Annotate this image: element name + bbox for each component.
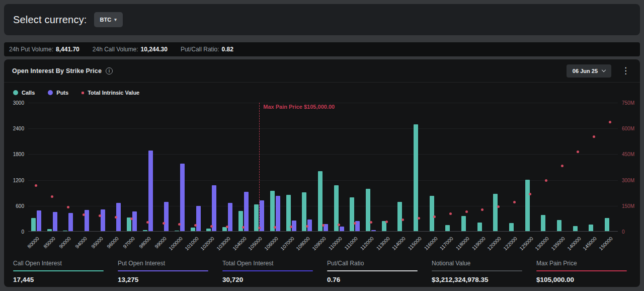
call-bar[interactable]	[541, 215, 545, 231]
intrinsic-value-dot[interactable]	[194, 224, 197, 227]
footer-stat-label: Put/Call Ratio	[327, 260, 418, 267]
footer-stat-label: Call Open Interest	[13, 260, 104, 267]
call-bar[interactable]	[477, 223, 482, 231]
kebab-menu-icon[interactable]: ⋮	[619, 65, 632, 76]
intrinsic-value-dot[interactable]	[545, 179, 547, 182]
put-bar[interactable]	[260, 200, 264, 231]
call-bar[interactable]	[366, 189, 370, 231]
put-bar[interactable]	[85, 210, 89, 231]
call-bar[interactable]	[270, 191, 275, 231]
intrinsic-value-dot[interactable]	[35, 184, 37, 187]
call-bar[interactable]	[509, 223, 514, 231]
gridline	[28, 154, 618, 155]
put-bar[interactable]	[292, 221, 296, 231]
call-bar[interactable]	[318, 171, 323, 231]
intrinsic-value-dot[interactable]	[338, 224, 340, 226]
footer-stat-label: Max Pain Price	[536, 260, 627, 267]
max-pain-line	[259, 103, 260, 231]
put-bar[interactable]	[148, 151, 153, 231]
panel-header: Open Interest By Strike Price i 06 Jun 2…	[4, 59, 640, 83]
put-bar[interactable]	[53, 212, 57, 231]
stat-pair: Put/Call Ratio:0.82	[181, 46, 233, 53]
y-axis-tick-left: 1200	[13, 177, 24, 183]
call-bar[interactable]	[350, 197, 354, 231]
put-bar[interactable]	[37, 210, 41, 231]
put-bar[interactable]	[228, 203, 232, 231]
call-bar[interactable]	[493, 194, 498, 231]
call-bar[interactable]	[206, 229, 211, 231]
call-bar[interactable]	[461, 216, 466, 231]
legend-item-calls[interactable]: Calls	[13, 90, 35, 96]
put-bar[interactable]	[180, 164, 185, 231]
legend-label: Total Intrinsic Value	[88, 90, 139, 96]
legend-item-puts[interactable]: Puts	[48, 90, 68, 96]
put-bar[interactable]	[371, 230, 376, 231]
put-bar[interactable]	[101, 209, 105, 231]
intrinsic-value-dot[interactable]	[513, 201, 516, 203]
put-bar[interactable]	[340, 227, 344, 231]
open-interest-panel: Open Interest By Strike Price i 06 Jun 2…	[4, 59, 640, 287]
y-axis-tick-right: 300M	[622, 177, 634, 183]
stat-pair: 24h Call Volume:10,244.30	[93, 46, 168, 53]
chart-plot[interactable]: 060012001800240030000150M300M450M600M750…	[28, 103, 618, 232]
intrinsic-value-dot[interactable]	[449, 212, 452, 215]
call-bar[interactable]	[430, 196, 434, 231]
call-bar[interactable]	[525, 180, 530, 231]
legend-label: Calls	[22, 90, 35, 96]
intrinsic-value-dot[interactable]	[306, 225, 308, 228]
intrinsic-value-dot[interactable]	[385, 221, 388, 223]
intrinsic-value-dot[interactable]	[481, 208, 484, 211]
intrinsic-value-dot[interactable]	[497, 205, 500, 208]
call-bar[interactable]	[31, 218, 36, 231]
call-bar[interactable]	[557, 220, 561, 231]
call-bar[interactable]	[191, 228, 195, 231]
call-bar[interactable]	[414, 124, 418, 231]
intrinsic-value-dot[interactable]	[593, 135, 595, 138]
intrinsic-value-dot[interactable]	[115, 216, 117, 219]
call-bar[interactable]	[589, 225, 593, 231]
call-bar[interactable]	[445, 225, 450, 231]
info-icon[interactable]: i	[106, 67, 113, 75]
intrinsic-value-dot[interactable]	[401, 219, 404, 221]
max-pain-label: Max Pain Price $105,000.00	[263, 104, 335, 110]
put-bar[interactable]	[212, 185, 216, 231]
intrinsic-value-dot[interactable]	[51, 195, 53, 198]
currency-select-button[interactable]: BTC ▾	[94, 12, 123, 27]
chart-legend: CallsPutsTotal Intrinsic Value	[4, 83, 640, 98]
call-bar[interactable]	[47, 229, 52, 231]
chart-area: 060012001800240030000150M300M450M600M750…	[4, 99, 640, 253]
intrinsic-value-dot[interactable]	[433, 215, 436, 218]
footer-stat: Call Open Interest17,445	[8, 260, 113, 283]
intrinsic-value-dot[interactable]	[561, 165, 564, 167]
footer-stat-underline	[432, 270, 522, 271]
call-bar[interactable]	[63, 231, 67, 231]
call-bar[interactable]	[397, 202, 402, 231]
put-bar[interactable]	[68, 213, 73, 231]
footer-stat-value: 30,720	[222, 276, 313, 283]
put-bar[interactable]	[196, 206, 201, 231]
intrinsic-value-dot[interactable]	[577, 151, 579, 153]
intrinsic-value-dot[interactable]	[418, 217, 420, 220]
intrinsic-value-dot[interactable]	[210, 225, 213, 228]
legend-item-total-intrinsic-value[interactable]: Total Intrinsic Value	[82, 90, 139, 96]
call-bar[interactable]	[573, 226, 578, 231]
put-bar[interactable]	[244, 192, 249, 231]
intrinsic-value-dot[interactable]	[609, 121, 611, 123]
intrinsic-value-dot[interactable]	[465, 210, 468, 213]
footer-stat: Put/Call Ratio0.76	[322, 260, 427, 283]
footer-stat: Total Open Interest30,720	[217, 260, 322, 283]
put-bar[interactable]	[276, 196, 280, 231]
call-bar[interactable]	[175, 231, 179, 231]
intrinsic-value-dot[interactable]	[67, 206, 69, 208]
call-bar[interactable]	[143, 230, 147, 231]
intrinsic-value-dot[interactable]	[322, 224, 325, 227]
footer-stat-underline	[222, 270, 313, 271]
footer-stat-underline	[327, 270, 418, 271]
footer-stat-label: Notional Value	[432, 260, 522, 267]
intrinsic-value-dot[interactable]	[529, 193, 531, 195]
date-selector[interactable]: 06 Jun 25	[567, 64, 611, 78]
y-axis-tick-left: 600	[16, 203, 24, 208]
put-bar[interactable]	[132, 211, 137, 231]
call-bar[interactable]	[605, 218, 609, 231]
put-bar[interactable]	[164, 202, 169, 231]
